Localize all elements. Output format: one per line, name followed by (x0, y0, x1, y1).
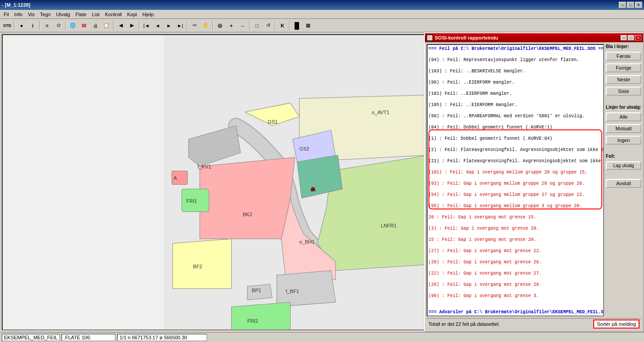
btn-lag-utvalg[interactable]: Lag utvalg (606, 161, 641, 170)
svg-text:FRI1: FRI1 (186, 198, 197, 204)
menu-kopi[interactable]: Kopi (124, 11, 140, 18)
toolbar-sep-9 (275, 21, 276, 30)
toolbar-k[interactable]: K (277, 21, 288, 31)
error-line[interactable]: (2) : Feil: Flateavgrensningfeil. Avgren… (428, 147, 602, 153)
toolbar-bar1[interactable]: ▐▌ (291, 21, 302, 31)
title-controls: ─ □ ✕ (619, 2, 642, 8)
error-line[interactable]: (99) : Feil: ..RPAREAFORMAL med verdien … (428, 113, 602, 120)
toolbar-rect[interactable]: □ (251, 21, 262, 31)
error-line[interactable]: (84) : Feil: Dobbel geometri funnet (.KU… (428, 124, 602, 131)
toolbar-circle[interactable]: ● (16, 21, 27, 31)
svg-text:BP1: BP1 (252, 288, 261, 293)
error-line[interactable]: (28) : Feil: Gap i overgang mot grense 2… (428, 259, 602, 266)
svg-text:LNFR1: LNFR1 (381, 223, 397, 228)
toolbar-sep-1 (14, 21, 15, 30)
error-list[interactable]: === Feil på C:\ Brukermøte\Originalfiler… (427, 44, 604, 316)
report-maximize[interactable]: □ (628, 35, 634, 40)
status-layer: .FLATE 106: (62, 334, 115, 341)
error-line[interactable]: (95) : Feil: Gap i overgang mellom grupp… (428, 203, 602, 209)
svg-text:GS1: GS1 (268, 119, 278, 124)
menu-info[interactable]: Info (12, 11, 25, 18)
menu-utvalg[interactable]: Utvalg (53, 11, 73, 18)
report-close[interactable]: ✕ (635, 35, 641, 40)
toolbar-sep-7 (212, 21, 213, 30)
error-line[interactable]: === Advarsler på C:\ Brukermøte\Original… (428, 309, 602, 315)
btn-neste[interactable]: Neste (606, 75, 641, 84)
toolbar-prev[interactable]: ◄ (152, 21, 163, 31)
toolbar-lines[interactable]: ≡ (42, 21, 53, 31)
toolbar-minus[interactable]: – (237, 21, 248, 31)
report-minimize[interactable]: ─ (621, 35, 627, 40)
error-line[interactable]: (26) : Feil: Gap i overgang mot grense 2… (428, 282, 602, 288)
toolbar-next2[interactable]: ► (163, 21, 174, 31)
error-line[interactable]: (27) : Feil: Gap i overgang mot grense 2… (428, 248, 602, 254)
menu-hjelp[interactable]: Hjelp (140, 11, 156, 18)
btn-siste[interactable]: Siste (606, 87, 641, 96)
error-line[interactable]: 20 : Feil: Gap i overgang mot grense 15. (428, 214, 602, 221)
svg-text:FRI2: FRI2 (247, 318, 258, 324)
error-line[interactable]: (103) : Feil: ..BESKRIVELSE mangler. (428, 68, 602, 75)
error-line[interactable]: (101) : Feil: Gap i overgang mellom grup… (428, 169, 602, 176)
error-line[interactable]: (3) : Feil: Gap i overgang mot grense 20… (428, 226, 602, 232)
btn-forrige[interactable]: Forrige (606, 63, 641, 72)
app-title: - [M_1:1228] (2, 2, 31, 8)
error-line[interactable]: (1) : Feil: Dobbel geometri funnet (.KUR… (428, 136, 602, 142)
toolbar-hand[interactable]: ✋ (200, 21, 211, 31)
error-line[interactable]: === Feil på C:\ Brukermøte\Originalfiler… (428, 46, 602, 52)
report-window: SOSI-kontroll rapportvindu ─ □ ✕ === Fei… (424, 32, 644, 332)
toolbar-forward[interactable]: ▶ (127, 21, 137, 31)
toolbar-sep-4 (113, 21, 114, 30)
error-line[interactable]: (21) : Feil: Flateavgrensningfeil. Avgre… (428, 158, 602, 164)
error-line[interactable]: (101) Feil: ..EIERFORM mangler. (428, 91, 602, 97)
toolbar-zoomin[interactable]: ⊕ (215, 21, 225, 31)
sort-button[interactable]: Sortér på melding (593, 320, 640, 329)
toolbar-refresh[interactable]: ↺ (263, 21, 273, 31)
right-buttons: Bla i linjer: Første Forrige Neste Siste… (606, 44, 641, 316)
spacer-2 (606, 147, 641, 151)
btn-ingen[interactable]: Ingen (606, 136, 641, 145)
toolbar-print[interactable]: 🖨 (90, 21, 101, 31)
toolbar-skip-end[interactable]: ►| (175, 21, 185, 31)
toolbar-grid[interactable]: ▦ (303, 21, 313, 31)
error-line[interactable]: (90) : Feil: Gap i overgang mot grense 3… (428, 293, 602, 299)
spacer-3 (606, 173, 641, 176)
toolbar-clipboard[interactable]: 📋 (101, 21, 112, 31)
menu-vis[interactable]: Vis (25, 11, 37, 18)
menu-flate[interactable]: Flate (73, 11, 89, 18)
error-line[interactable]: (22) : Feil: Gap i overgang mot grense 2… (428, 271, 602, 277)
main-area: o_AVT1 GS1 GS2 f_KV1 A FRI1 BK2 EK o_BH1… (0, 32, 644, 332)
svg-text:BF2: BF2 (193, 264, 202, 269)
toolbar-std[interactable]: STD (2, 21, 13, 31)
error-line[interactable]: (94) : Feil: Gap i overgang mellom grupp… (428, 192, 602, 198)
status-coords: 1/1 n 6671753.17 ø 566500.30 (117, 334, 207, 341)
spacer-1 (606, 98, 641, 102)
btn-motsatt[interactable]: Motsatt (606, 124, 641, 133)
report-title-label: SOSI-kontroll rapportvindu (435, 35, 498, 40)
error-line[interactable]: (99) : Feil: ..EIERFORM mangler. (428, 80, 602, 86)
close-button[interactable]: ✕ (635, 2, 642, 8)
toolbar-circle2[interactable]: ⊙ (53, 21, 64, 31)
report-title-controls: ─ □ ✕ (621, 35, 641, 40)
toolbar-plus[interactable]: + (226, 21, 237, 31)
menu-list[interactable]: List (89, 11, 102, 18)
btn-avslutt[interactable]: Avslutt (606, 179, 641, 188)
maximize-button[interactable]: □ (627, 2, 634, 8)
btn-forste[interactable]: Første (606, 52, 641, 61)
toolbar-globe[interactable]: 🌐 (67, 21, 78, 31)
menu-fil[interactable]: Fil (1, 11, 12, 18)
menu-tegn[interactable]: Tegn (37, 11, 53, 18)
toolbar-cut[interactable]: ✂ (189, 21, 200, 31)
toolbar-info[interactable]: i (27, 21, 38, 31)
error-line[interactable]: 15 : Feil: Gap i overgang mot grense 20. (428, 237, 602, 243)
btn-alle[interactable]: Alle (606, 112, 641, 121)
error-line[interactable]: (94) : Feil: Representasjonspunkt ligger… (428, 57, 602, 63)
toolbar-back[interactable]: ◀ (115, 21, 126, 31)
menu-kontroll[interactable]: Kontroll (102, 11, 124, 18)
error-line[interactable]: (105) : Feil: ..EIERFORM mangler. (428, 102, 602, 108)
error-line[interactable]: (93) : Feil: Gap i overgang mellom grupp… (428, 181, 602, 187)
minimize-button[interactable]: ─ (619, 2, 626, 8)
toolbar-skip-start[interactable]: |◄ (141, 21, 152, 31)
toolbar-sep-3 (65, 21, 66, 30)
toolbar-w[interactable]: W (79, 21, 89, 31)
toolbar-sep-5 (139, 21, 140, 30)
